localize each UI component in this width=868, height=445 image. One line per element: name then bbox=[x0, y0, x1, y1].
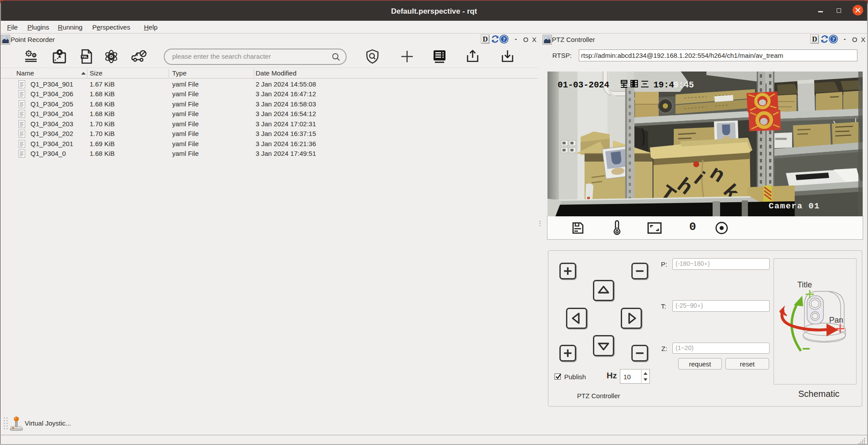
svg-text:YML: YML bbox=[82, 55, 88, 58]
svg-text:19:4: 19:4 bbox=[653, 80, 674, 90]
svg-text:?: ? bbox=[502, 36, 505, 42]
svg-text:Pan: Pan bbox=[829, 316, 843, 324]
svg-text:9:45: 9:45 bbox=[673, 80, 694, 90]
svg-text:Title: Title bbox=[797, 280, 812, 289]
svg-text:Camera 01: Camera 01 bbox=[769, 201, 820, 211]
svg-text:?: ? bbox=[832, 36, 834, 42]
svg-text:01-03-2024: 01-03-2024 bbox=[558, 80, 609, 90]
